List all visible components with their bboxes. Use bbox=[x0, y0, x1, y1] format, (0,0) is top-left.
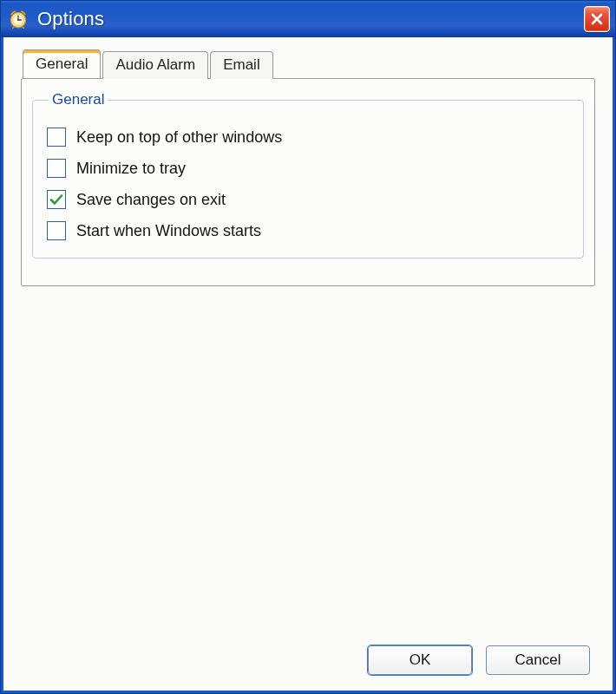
option-label: Start when Windows starts bbox=[76, 222, 261, 240]
option-label: Save changes on exit bbox=[76, 191, 226, 209]
checkbox-minimize-to-tray[interactable] bbox=[47, 159, 66, 178]
option-label: Minimize to tray bbox=[76, 160, 186, 178]
cancel-button[interactable]: Cancel bbox=[486, 645, 590, 675]
option-minimize-to-tray[interactable]: Minimize to tray bbox=[47, 159, 571, 178]
options-window: Options General Audio Alarm Email Genera… bbox=[0, 0, 616, 694]
tab-panel-general: General Keep on top of other windows bbox=[21, 78, 595, 286]
close-button[interactable] bbox=[584, 6, 610, 32]
tab-email[interactable]: Email bbox=[210, 51, 273, 79]
group-legend: General bbox=[49, 91, 108, 108]
tab-audio-alarm[interactable]: Audio Alarm bbox=[102, 51, 208, 79]
option-keep-on-top[interactable]: Keep on top of other windows bbox=[47, 128, 571, 147]
window-title: Options bbox=[37, 8, 584, 30]
svg-line-6 bbox=[23, 26, 24, 28]
option-start-with-windows[interactable]: Start when Windows starts bbox=[47, 221, 571, 240]
alarm-clock-icon bbox=[8, 9, 29, 29]
titlebar: Options bbox=[1, 1, 615, 37]
svg-line-5 bbox=[13, 26, 15, 28]
ok-button[interactable]: OK bbox=[368, 645, 472, 675]
checkbox-start-with-windows[interactable] bbox=[47, 221, 66, 240]
option-save-on-exit[interactable]: Save changes on exit bbox=[47, 190, 571, 209]
tab-general[interactable]: General bbox=[23, 49, 101, 78]
client-area: General Audio Alarm Email General Keep o… bbox=[1, 37, 615, 693]
svg-point-4 bbox=[17, 19, 19, 21]
button-bar: OK Cancel bbox=[21, 635, 595, 678]
spacer bbox=[21, 286, 595, 635]
general-group: General Keep on top of other windows bbox=[32, 91, 584, 259]
close-icon bbox=[590, 12, 604, 26]
tabstrip: General Audio Alarm Email bbox=[23, 49, 595, 78]
option-label: Keep on top of other windows bbox=[76, 128, 282, 147]
checkbox-save-on-exit[interactable] bbox=[47, 190, 66, 209]
checkbox-keep-on-top[interactable] bbox=[47, 128, 66, 147]
